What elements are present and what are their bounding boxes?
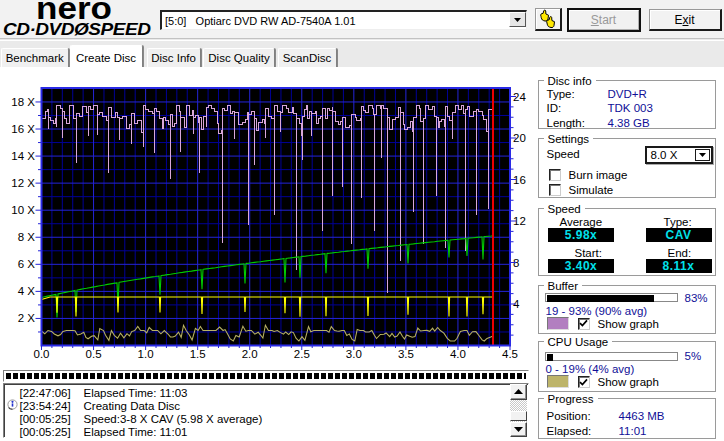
svg-text:12 X: 12 X bbox=[11, 177, 35, 189]
svg-text:8 X: 8 X bbox=[18, 231, 36, 243]
svg-text:16 X: 16 X bbox=[11, 123, 35, 135]
svg-text:10 X: 10 X bbox=[11, 204, 35, 216]
svg-text:14 X: 14 X bbox=[11, 150, 35, 162]
svg-text:6 X: 6 X bbox=[18, 258, 36, 270]
svg-text:18 X: 18 X bbox=[11, 96, 35, 108]
svg-text:2 X: 2 X bbox=[18, 312, 36, 324]
svg-text:4 X: 4 X bbox=[18, 285, 36, 297]
